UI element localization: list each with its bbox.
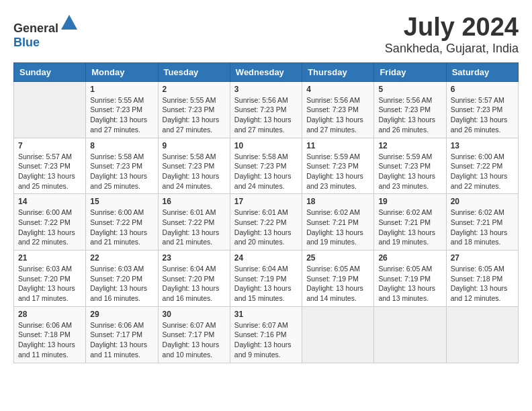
day-info: Sunrise: 6:04 AMSunset: 7:20 PMDaylight:… xyxy=(163,264,226,304)
calendar-cell: 27Sunrise: 6:05 AMSunset: 7:18 PMDayligh… xyxy=(446,250,518,307)
day-number: 11 xyxy=(306,141,369,150)
day-info: Sunrise: 5:58 AMSunset: 7:23 PMDaylight:… xyxy=(234,152,298,191)
calendar-cell: 24Sunrise: 6:04 AMSunset: 7:19 PMDayligh… xyxy=(230,250,302,307)
calendar-cell xyxy=(374,306,446,363)
calendar-header-thursday: Thursday xyxy=(302,62,374,81)
day-info: Sunrise: 5:56 AMSunset: 7:23 PMDaylight:… xyxy=(306,95,369,135)
calendar-header-saturday: Saturday xyxy=(446,62,518,81)
day-number: 26 xyxy=(378,253,441,263)
calendar-cell xyxy=(302,306,374,363)
day-info: Sunrise: 6:01 AMSunset: 7:22 PMDaylight:… xyxy=(163,208,226,247)
day-number: 14 xyxy=(18,197,81,206)
calendar-cell: 31Sunrise: 6:07 AMSunset: 7:16 PMDayligh… xyxy=(230,306,302,363)
day-number: 9 xyxy=(163,141,226,150)
day-number: 1 xyxy=(90,85,153,94)
calendar-week-5: 28Sunrise: 6:06 AMSunset: 7:18 PMDayligh… xyxy=(14,306,519,363)
calendar-cell: 5Sunrise: 5:56 AMSunset: 7:23 PMDaylight… xyxy=(374,81,446,138)
day-info: Sunrise: 5:56 AMSunset: 7:23 PMDaylight:… xyxy=(378,95,441,135)
day-number: 10 xyxy=(234,141,298,150)
calendar-cell: 9Sunrise: 5:58 AMSunset: 7:23 PMDaylight… xyxy=(158,138,230,194)
calendar-cell: 6Sunrise: 5:57 AMSunset: 7:23 PMDaylight… xyxy=(446,81,518,138)
day-number: 30 xyxy=(163,310,226,319)
calendar-week-1: 1Sunrise: 5:55 AMSunset: 7:23 PMDaylight… xyxy=(14,81,519,138)
day-number: 2 xyxy=(163,85,226,94)
day-info: Sunrise: 5:55 AMSunset: 7:23 PMDaylight:… xyxy=(163,95,226,135)
day-info: Sunrise: 6:07 AMSunset: 7:16 PMDaylight:… xyxy=(234,320,298,360)
day-number: 20 xyxy=(451,197,514,206)
logo-blue: Blue xyxy=(13,36,40,49)
day-info: Sunrise: 5:59 AMSunset: 7:23 PMDaylight:… xyxy=(306,152,369,191)
day-info: Sunrise: 5:57 AMSunset: 7:23 PMDaylight:… xyxy=(451,95,514,135)
calendar-header-wednesday: Wednesday xyxy=(230,62,302,81)
calendar-cell: 18Sunrise: 6:02 AMSunset: 7:21 PMDayligh… xyxy=(302,194,374,250)
day-info: Sunrise: 5:55 AMSunset: 7:23 PMDaylight:… xyxy=(90,95,153,135)
calendar-table: SundayMondayTuesdayWednesdayThursdayFrid… xyxy=(13,62,519,363)
day-number: 4 xyxy=(306,85,369,94)
day-number: 19 xyxy=(378,197,441,206)
logo-general: General xyxy=(13,21,58,35)
calendar-cell: 23Sunrise: 6:04 AMSunset: 7:20 PMDayligh… xyxy=(158,250,230,307)
day-info: Sunrise: 5:58 AMSunset: 7:23 PMDaylight:… xyxy=(163,152,226,191)
day-number: 31 xyxy=(234,310,298,319)
day-number: 18 xyxy=(306,197,369,206)
day-info: Sunrise: 6:05 AMSunset: 7:19 PMDaylight:… xyxy=(378,264,441,304)
calendar-cell xyxy=(446,306,518,363)
calendar-cell: 21Sunrise: 6:03 AMSunset: 7:20 PMDayligh… xyxy=(14,250,86,307)
day-number: 12 xyxy=(378,141,441,150)
day-info: Sunrise: 6:06 AMSunset: 7:17 PMDaylight:… xyxy=(90,320,153,360)
day-number: 25 xyxy=(306,253,369,263)
calendar-header-monday: Monday xyxy=(86,62,158,81)
calendar-cell: 30Sunrise: 6:07 AMSunset: 7:17 PMDayligh… xyxy=(158,306,230,363)
day-number: 6 xyxy=(451,85,514,94)
day-number: 15 xyxy=(90,197,153,206)
day-number: 8 xyxy=(90,141,153,150)
day-number: 29 xyxy=(90,310,153,319)
calendar-cell: 2Sunrise: 5:55 AMSunset: 7:23 PMDaylight… xyxy=(158,81,230,138)
calendar-cell: 14Sunrise: 6:00 AMSunset: 7:22 PMDayligh… xyxy=(14,194,86,250)
day-number: 24 xyxy=(234,253,298,263)
day-number: 22 xyxy=(90,253,153,263)
calendar-cell xyxy=(14,81,86,138)
day-number: 27 xyxy=(451,253,514,263)
day-info: Sunrise: 6:00 AMSunset: 7:22 PMDaylight:… xyxy=(90,208,153,247)
calendar-cell: 26Sunrise: 6:05 AMSunset: 7:19 PMDayligh… xyxy=(374,250,446,307)
calendar-cell: 4Sunrise: 5:56 AMSunset: 7:23 PMDaylight… xyxy=(302,81,374,138)
calendar-header-row: SundayMondayTuesdayWednesdayThursdayFrid… xyxy=(14,62,519,81)
logo: General Blue xyxy=(13,13,79,50)
calendar-week-4: 21Sunrise: 6:03 AMSunset: 7:20 PMDayligh… xyxy=(14,250,519,307)
day-number: 3 xyxy=(234,85,298,94)
day-number: 21 xyxy=(18,253,81,263)
day-number: 28 xyxy=(18,310,81,319)
day-number: 13 xyxy=(451,141,514,150)
day-info: Sunrise: 6:05 AMSunset: 7:18 PMDaylight:… xyxy=(451,264,514,304)
day-number: 17 xyxy=(234,197,298,206)
day-info: Sunrise: 6:07 AMSunset: 7:17 PMDaylight:… xyxy=(163,320,226,360)
calendar-week-2: 7Sunrise: 5:57 AMSunset: 7:23 PMDaylight… xyxy=(14,138,519,194)
calendar-cell: 1Sunrise: 5:55 AMSunset: 7:23 PMDaylight… xyxy=(86,81,158,138)
day-info: Sunrise: 6:03 AMSunset: 7:20 PMDaylight:… xyxy=(18,264,81,304)
calendar-header-sunday: Sunday xyxy=(14,62,86,81)
calendar-cell: 16Sunrise: 6:01 AMSunset: 7:22 PMDayligh… xyxy=(158,194,230,250)
day-info: Sunrise: 6:02 AMSunset: 7:21 PMDaylight:… xyxy=(451,208,514,247)
location-title: Sankheda, Gujarat, India xyxy=(385,42,519,56)
day-info: Sunrise: 5:56 AMSunset: 7:23 PMDaylight:… xyxy=(234,95,298,135)
day-info: Sunrise: 6:05 AMSunset: 7:19 PMDaylight:… xyxy=(306,264,369,304)
calendar-header-friday: Friday xyxy=(374,62,446,81)
calendar-cell: 20Sunrise: 6:02 AMSunset: 7:21 PMDayligh… xyxy=(446,194,518,250)
calendar-cell: 28Sunrise: 6:06 AMSunset: 7:18 PMDayligh… xyxy=(14,306,86,363)
day-info: Sunrise: 5:59 AMSunset: 7:23 PMDaylight:… xyxy=(378,152,441,191)
day-info: Sunrise: 6:06 AMSunset: 7:18 PMDaylight:… xyxy=(18,320,81,360)
day-info: Sunrise: 6:03 AMSunset: 7:20 PMDaylight:… xyxy=(90,264,153,304)
calendar-cell: 8Sunrise: 5:58 AMSunset: 7:23 PMDaylight… xyxy=(86,138,158,194)
day-number: 23 xyxy=(163,253,226,263)
page-header: General Blue July 2024 Sankheda, Gujarat… xyxy=(13,13,519,56)
logo-icon xyxy=(60,13,79,32)
calendar-cell: 11Sunrise: 5:59 AMSunset: 7:23 PMDayligh… xyxy=(302,138,374,194)
day-info: Sunrise: 6:00 AMSunset: 7:22 PMDaylight:… xyxy=(451,152,514,191)
calendar-cell: 13Sunrise: 6:00 AMSunset: 7:22 PMDayligh… xyxy=(446,138,518,194)
calendar-cell: 19Sunrise: 6:02 AMSunset: 7:21 PMDayligh… xyxy=(374,194,446,250)
day-number: 7 xyxy=(18,141,81,150)
calendar-cell: 10Sunrise: 5:58 AMSunset: 7:23 PMDayligh… xyxy=(230,138,302,194)
day-info: Sunrise: 6:01 AMSunset: 7:22 PMDaylight:… xyxy=(234,208,298,247)
title-section: July 2024 Sankheda, Gujarat, India xyxy=(385,13,519,56)
